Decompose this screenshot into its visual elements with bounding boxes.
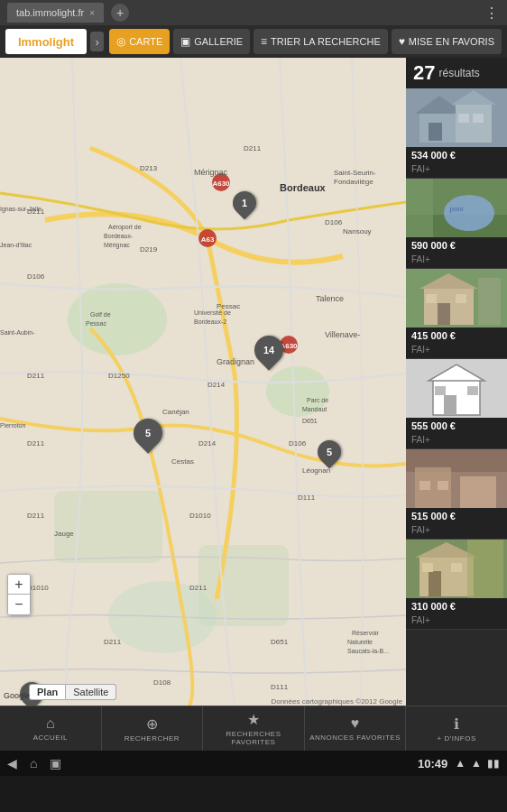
svg-text:D211: D211 [27,439,45,448]
svg-rect-70 [429,123,442,141]
svg-text:D111: D111 [298,494,316,502]
svg-text:D219: D219 [140,245,158,254]
svg-rect-76 [406,179,433,237]
svg-text:Cestas: Cestas [171,457,194,466]
svg-rect-90 [467,386,478,395]
svg-text:Gradignan: Gradignan [217,357,254,366]
svg-rect-89 [435,386,446,395]
nav-rechercher[interactable]: ⊕ RECHERCHER [102,706,204,751]
recherches-icon: ★ [247,711,260,728]
svg-rect-83 [456,294,466,303]
svg-text:Mérignac: Mérignac [194,168,228,177]
app-header: Immolight › ◎ CARTE ▣ GALLERIE ≡ TRIER L… [0,25,507,58]
carte-icon: ◎ [116,35,125,48]
svg-text:Aéroport de: Aéroport de [108,224,142,231]
svg-text:D211: D211 [104,638,122,646]
listing-price-4: 555 000 € [406,418,507,434]
favoris-icon: ♥ [399,35,405,48]
svg-rect-101 [429,571,441,596]
svg-text:Saint-Aubin-: Saint-Aubin- [0,329,35,336]
listing-fai-1: FAI+ [406,163,507,178]
svg-text:D213: D213 [140,164,158,172]
svg-text:D1250: D1250 [108,372,130,380]
listing-price-5: 515 000 € [406,508,507,524]
zoom-out-button[interactable]: − [8,595,30,614]
svg-text:D106: D106 [325,218,343,226]
svg-text:D651: D651 [271,638,289,646]
map-area[interactable]: A630 A63 A630 D211 D213 D211 D106 D219 D… [0,58,406,706]
svg-text:Pierroton: Pierroton [0,422,26,429]
svg-text:Bordeaux: Bordeaux [280,182,327,193]
map-plan-button[interactable]: Plan [29,684,66,700]
zoom-in-button[interactable]: + [8,575,30,595]
close-tab-button[interactable]: × [89,8,95,18]
listing-price-3: 415 000 € [406,328,507,344]
bottom-nav: ⌂ ACCUEIL ⊕ RECHERCHER ★ RECHERCHES FAVO… [0,706,507,751]
svg-text:Bordeaux-2: Bordeaux-2 [194,318,226,325]
battery-icon: ▮▮ [487,757,500,770]
svg-text:D214: D214 [207,381,226,389]
svg-text:Golf de: Golf de [90,311,111,318]
listing-card-2[interactable]: pool 590 000 € FAI+ [406,179,507,269]
listing-image-4 [406,359,507,418]
tab-url: tab.immolight.fr [16,7,84,18]
svg-text:D211: D211 [27,512,45,520]
browser-tab[interactable]: tab.immolight.fr × [7,3,104,23]
svg-text:Parc de: Parc de [307,397,328,403]
svg-rect-94 [460,476,496,508]
svg-rect-71 [458,114,469,123]
system-nav: ◀ ⌂ ▣ [7,756,61,770]
listing-card-1[interactable]: 534 000 € FAI+ [406,88,507,179]
results-header: 27 résultats [406,58,507,88]
new-tab-button[interactable]: + [111,4,129,22]
svg-rect-84 [478,278,501,325]
svg-text:D211: D211 [244,144,262,152]
svg-text:Naturelle: Naturelle [347,639,373,645]
svg-text:Ignas-sur-Jalle: Ignas-sur-Jalle [0,206,41,213]
system-time: 10:49 [418,757,447,770]
svg-text:D108: D108 [153,678,171,687]
home-button[interactable]: ⌂ [30,756,37,770]
svg-text:Jauge: Jauge [54,530,74,538]
svg-text:D1010: D1010 [189,512,211,520]
gallerie-button[interactable]: ▣ GALLERIE [173,29,250,54]
listing-image-2: pool [406,179,507,237]
favoris-button[interactable]: ♥ MISE EN FAVORIS [392,29,502,54]
trier-button[interactable]: ≡ TRIER LA RECHERCHE [254,29,388,54]
recent-button[interactable]: ▣ [50,756,61,770]
svg-rect-72 [473,114,484,123]
back-button[interactable]: ◀ [7,756,17,770]
svg-text:Talence: Talence [316,294,344,303]
map-satellite-button[interactable]: Satellite [66,684,116,700]
annonces-label: ANNONCES FAVORITES [309,734,401,742]
listing-card-6[interactable]: 310 000 € FAI+ [406,540,507,630]
nav-accueil[interactable]: ⌂ ACCUEIL [0,706,102,751]
nav-plus-infos[interactable]: ℹ + D'INFOS [406,706,507,751]
expand-button[interactable]: › [90,32,104,51]
browser-bar: tab.immolight.fr × + ⋮ [0,0,507,25]
listing-image-6 [406,540,507,598]
listing-card-4[interactable]: 555 000 € FAI+ [406,359,507,449]
svg-point-5 [108,581,217,653]
nav-recherches-favorites[interactable]: ★ RECHERCHES FAVORITES [203,706,305,751]
results-label: résultats [438,67,479,79]
logo: Immolight [5,29,87,54]
accueil-label: ACCUEIL [33,734,68,742]
svg-point-75 [444,195,494,231]
listing-fai-3: FAI+ [406,344,507,358]
google-logo: Google [0,691,33,700]
listing-card-3[interactable]: 415 000 € FAI+ [406,269,507,359]
listing-card-5[interactable]: 515 000 € FAI+ [406,449,507,540]
svg-rect-103 [451,563,462,572]
svg-text:Bordeaux-: Bordeaux- [104,233,134,239]
svg-text:Fondavilège: Fondavilège [334,178,373,186]
svg-rect-88 [444,395,456,415]
nav-annonces-favorites[interactable]: ♥ ANNONCES FAVORITES [305,706,407,751]
wifi-icon: ▲ [455,757,466,770]
carte-button[interactable]: ◎ CARTE [109,29,170,54]
svg-rect-102 [422,563,433,572]
browser-menu-button[interactable]: ⋮ [484,5,500,22]
svg-rect-98 [419,556,474,596]
map-type-bar: Plan Satellite [29,684,116,700]
svg-text:A630: A630 [212,180,230,188]
